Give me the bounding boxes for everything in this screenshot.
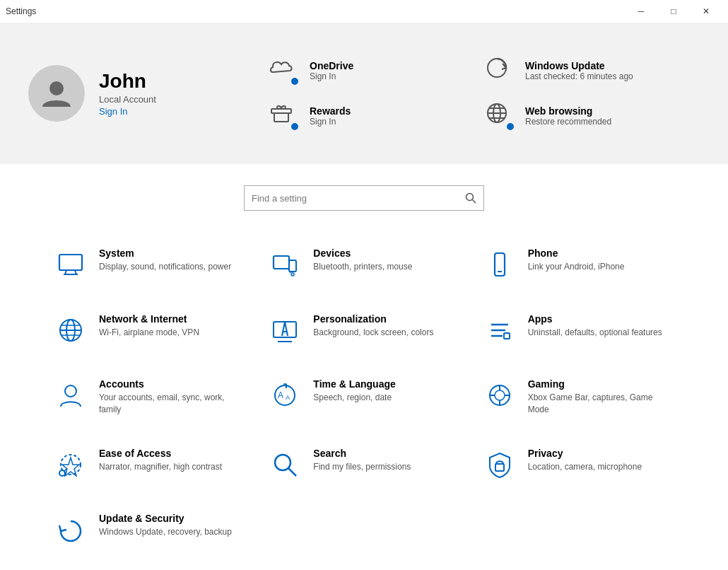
windows-update-icon <box>484 55 510 81</box>
ease-desc: Narrator, magnifier, high contrast <box>99 461 222 473</box>
search-box[interactable] <box>244 185 484 211</box>
services-column-2: Windows Update Last checked: 6 minutes a… <box>484 55 700 132</box>
profile-name: John <box>99 70 156 93</box>
settings-item-privacy[interactable]: Privacy Location, camera, microphone <box>471 432 686 498</box>
accounts-desc: Your accounts, email, sync, work, family <box>99 392 245 416</box>
gaming-title: Gaming <box>528 378 674 390</box>
rewards-subtext: Sign In <box>310 117 351 127</box>
system-title: System <box>99 248 231 259</box>
onedrive-status-dot <box>290 76 300 86</box>
personalization-text: Personalization Background, lock screen,… <box>313 313 433 339</box>
services-column-1: OneDrive Sign In Rewards Sign In <box>269 55 484 132</box>
update-desc: Windows Update, recovery, backup <box>99 526 232 538</box>
window-controls: ─ □ ✕ <box>625 0 722 23</box>
settings-item-time[interactable]: Time & Language Speech, region, date <box>257 363 471 431</box>
maximize-button[interactable]: □ <box>657 0 690 23</box>
windows-update-icon-wrap <box>484 55 515 86</box>
settings-item-personalization[interactable]: Personalization Background, lock screen,… <box>257 298 471 363</box>
windows-update-name: Windows Update <box>525 60 633 71</box>
network-desc: Wi-Fi, airplane mode, VPN <box>99 327 199 339</box>
update-icon <box>54 513 88 547</box>
settings-item-update[interactable]: Update & Security Windows Update, recove… <box>42 497 257 563</box>
profile-info: John Local Account Sign In <box>99 70 156 117</box>
settings-item-devices[interactable]: Devices Bluetooth, printers, mouse <box>257 232 471 298</box>
rewards-icon-wrap <box>269 100 300 132</box>
phone-desc: Link your Android, iPhone <box>528 261 625 273</box>
settings-item-gaming[interactable]: Gaming Xbox Game Bar, captures, Game Mod… <box>471 363 686 431</box>
minimize-button[interactable]: ─ <box>625 0 657 23</box>
close-button[interactable]: ✕ <box>690 0 722 23</box>
update-text: Update & Security Windows Update, recove… <box>99 513 232 538</box>
web-browsing-text: Web browsing Restore recommended <box>525 105 611 127</box>
privacy-icon <box>483 448 517 482</box>
windows-update-text: Windows Update Last checked: 6 minutes a… <box>525 60 633 81</box>
personalization-icon <box>268 313 302 347</box>
ease-title: Ease of Access <box>99 448 222 459</box>
devices-text: Devices Bluetooth, printers, mouse <box>313 248 412 273</box>
time-desc: Speech, region, date <box>313 392 395 404</box>
title-bar: Settings ─ □ ✕ <box>0 0 728 23</box>
time-title: Time & Language <box>313 378 395 390</box>
gaming-text: Gaming Xbox Game Bar, captures, Game Mod… <box>528 378 674 416</box>
settings-item-network[interactable]: Network & Internet Wi-Fi, airplane mode,… <box>42 298 257 363</box>
phone-icon <box>483 248 517 281</box>
profile-area: John Local Account Sign In <box>28 65 240 122</box>
onedrive-icon <box>269 55 294 81</box>
profile-account-type: Local Account <box>99 94 156 105</box>
search-title: Search <box>313 448 411 459</box>
search-desc: Find my files, permissions <box>313 461 411 473</box>
settings-item-system[interactable]: System Display, sound, notifications, po… <box>42 232 257 298</box>
settings-item-search[interactable]: Search Find my files, permissions <box>257 432 471 498</box>
network-title: Network & Internet <box>99 313 199 325</box>
network-icon <box>54 313 88 347</box>
web-browsing-subtext: Restore recommended <box>525 117 611 127</box>
apps-icon <box>483 313 517 347</box>
rewards-name: Rewards <box>310 105 351 117</box>
settings-item-accounts[interactable]: Accounts Your accounts, email, sync, wor… <box>42 363 257 431</box>
search-icon <box>465 192 476 204</box>
onedrive-text: OneDrive Sign In <box>310 60 353 81</box>
privacy-desc: Location, camera, microphone <box>528 461 642 473</box>
service-onedrive[interactable]: OneDrive Sign In <box>269 55 484 86</box>
devices-desc: Bluetooth, printers, mouse <box>313 261 412 273</box>
search-icon <box>268 448 302 482</box>
header-services: OneDrive Sign In Rewards Sign In <box>269 55 700 132</box>
web-browsing-status-dot <box>505 122 515 132</box>
personalization-title: Personalization <box>313 313 433 325</box>
accounts-text: Accounts Your accounts, email, sync, wor… <box>99 378 245 416</box>
web-browsing-icon <box>484 100 510 126</box>
rewards-text: Rewards Sign In <box>310 105 351 127</box>
devices-title: Devices <box>313 248 412 259</box>
svg-point-0 <box>49 81 64 95</box>
ease-icon <box>54 448 88 482</box>
phone-title: Phone <box>528 248 625 259</box>
search-input[interactable] <box>252 193 465 204</box>
settings-item-phone[interactable]: Phone Link your Android, iPhone <box>471 232 686 298</box>
app-title: Settings <box>6 6 36 16</box>
service-rewards[interactable]: Rewards Sign In <box>269 100 484 132</box>
devices-icon <box>268 248 302 281</box>
settings-grid: System Display, sound, notifications, po… <box>0 225 728 570</box>
settings-item-ease[interactable]: Ease of Access Narrator, magnifier, high… <box>42 432 257 498</box>
apps-desc: Uninstall, defaults, optional features <box>528 327 662 339</box>
service-windows-update[interactable]: Windows Update Last checked: 6 minutes a… <box>484 55 700 86</box>
rewards-icon <box>269 100 294 126</box>
profile-signin-link[interactable]: Sign In <box>99 106 156 117</box>
person-icon <box>39 76 74 111</box>
web-browsing-icon-wrap <box>484 100 515 132</box>
search-text: Search Find my files, permissions <box>313 448 411 473</box>
search-area <box>0 164 728 225</box>
phone-text: Phone Link your Android, iPhone <box>528 248 625 273</box>
privacy-title: Privacy <box>528 448 642 459</box>
apps-text: Apps Uninstall, defaults, optional featu… <box>528 313 662 339</box>
svg-point-9 <box>466 194 474 201</box>
privacy-text: Privacy Location, camera, microphone <box>528 448 642 473</box>
onedrive-icon-wrap <box>269 55 300 86</box>
settings-item-apps[interactable]: Apps Uninstall, defaults, optional featu… <box>471 298 686 363</box>
ease-text: Ease of Access Narrator, magnifier, high… <box>99 448 222 473</box>
onedrive-name: OneDrive <box>310 60 353 71</box>
accounts-icon <box>54 378 88 412</box>
time-text: Time & Language Speech, region, date <box>313 378 395 404</box>
avatar <box>28 65 85 122</box>
service-web-browsing[interactable]: Web browsing Restore recommended <box>484 100 700 132</box>
